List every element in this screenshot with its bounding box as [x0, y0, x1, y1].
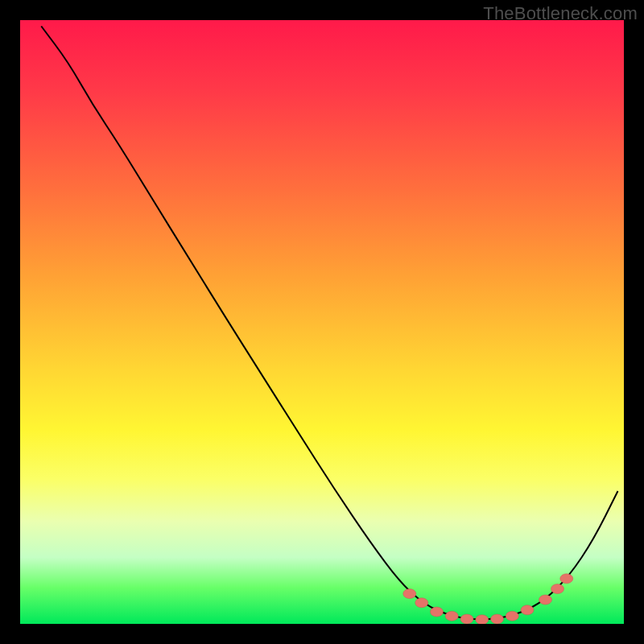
- chart-svg-layer: [20, 20, 624, 624]
- chart-marker: [551, 584, 564, 594]
- chart-marker: [415, 598, 428, 608]
- chart-marker: [560, 574, 573, 584]
- chart-marker: [521, 605, 534, 615]
- chart-marker: [506, 611, 518, 621]
- watermark-text: TheBottleneck.com: [483, 3, 638, 24]
- chart-curve: [41, 27, 617, 620]
- chart-marker-group: [403, 574, 573, 624]
- chart-marker: [460, 614, 473, 624]
- chart-marker: [476, 615, 489, 624]
- chart-marker: [403, 589, 416, 599]
- chart-plot-area: [20, 20, 624, 624]
- chart-marker: [491, 614, 504, 624]
- chart-frame: TheBottleneck.com: [0, 0, 644, 644]
- chart-marker: [431, 607, 444, 617]
- chart-marker: [539, 595, 552, 605]
- chart-marker: [445, 611, 458, 621]
